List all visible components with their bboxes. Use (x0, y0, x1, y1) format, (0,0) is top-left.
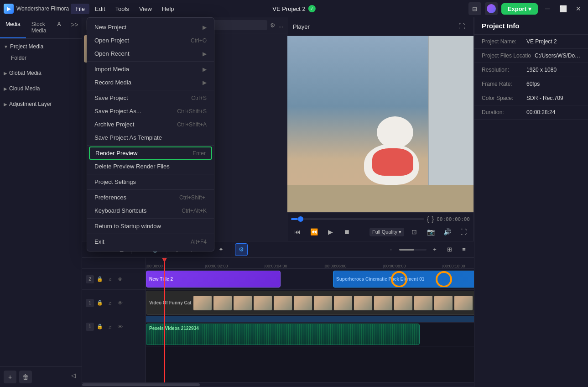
scrubber-thumb[interactable] (298, 216, 303, 222)
scrubber: { } 00:00:00:00 (291, 215, 470, 223)
zoom-out-btn[interactable]: - (385, 243, 397, 256)
volume-btn[interactable]: 🔊 (441, 225, 453, 238)
track-lock-title[interactable]: 🔒 (96, 275, 104, 283)
menu-item-new-project[interactable]: New Project ▶ (87, 21, 214, 34)
folder-item[interactable]: Folder (0, 52, 82, 63)
track-visibility-title[interactable]: 👁 (116, 275, 124, 283)
tab-stock-media[interactable]: Stock Media (26, 17, 52, 38)
tab-media[interactable]: Media (0, 17, 26, 38)
player-expand-btn[interactable]: ⛶ (455, 20, 468, 33)
menu-item-open-recent[interactable]: Open Recent ▶ (87, 47, 214, 60)
timecode-display: 00:00:00:00 (437, 216, 470, 222)
menu-item-archive[interactable]: Archive Project Ctrl+Shift+A (87, 118, 214, 131)
timeline-view-btn[interactable]: ≡ (458, 243, 470, 256)
info-value-2: 1920 x 1080 (526, 67, 581, 73)
menu-item-save-project[interactable]: Save Project Ctrl+S (87, 91, 214, 105)
adjustment-header[interactable]: ▶ Adjustment Layer (0, 98, 82, 110)
clip-superheroes[interactable]: Superheroes Cinematic Pack Element 01 (333, 271, 474, 288)
play-btn[interactable]: ▶ (324, 225, 337, 238)
crop-btn[interactable]: ⊡ (408, 225, 421, 238)
cloud-media-header[interactable]: ▶ Cloud Media (0, 83, 82, 94)
window-maximize-btn[interactable]: ⬜ (557, 3, 569, 15)
menu-label-recent: Open Recent (94, 50, 130, 57)
menu-item-save-as[interactable]: Save Project As... Ctrl+Shift+S (87, 105, 214, 118)
cloud-media-arrow: ▶ (4, 86, 7, 91)
menu-item-delete-preview[interactable]: Delete Preview Render Files (87, 160, 214, 173)
timeline-scrollbar[interactable] (82, 382, 474, 386)
ring-1 (391, 271, 407, 288)
project-media-header[interactable]: ▼ Project Media (0, 41, 82, 52)
menu-bar: File Edit Tools View Help (71, 4, 178, 14)
menu-tools[interactable]: Tools (111, 4, 134, 14)
menu-item-preferences[interactable]: Preferences Ctrl+Shift+, (87, 191, 214, 204)
menu-item-exit[interactable]: Exit Alt+F4 (87, 235, 214, 248)
fullscreen-btn[interactable]: ⛶ (457, 225, 470, 238)
menu-item-save-template[interactable]: Save Project As Template (87, 131, 214, 144)
menu-item-project-settings[interactable]: Project Settings (87, 175, 214, 188)
snapshot-btn[interactable]: 📷 (424, 225, 437, 238)
tl-effect-btn[interactable]: ✦ (214, 243, 227, 256)
clip-new-title-2[interactable]: New Title 2 (146, 271, 281, 288)
menu-item-startup[interactable]: Return to Startup window (87, 220, 214, 233)
title-actions: ⊟ Export ▾ ─ ⬜ ✕ (468, 2, 584, 15)
track-mute-title[interactable]: ♬ (106, 275, 114, 283)
delete-media-btn[interactable]: 🗑 (19, 371, 32, 383)
track-mute-audio[interactable]: ♬ (106, 323, 114, 331)
zoom-in-btn[interactable]: + (428, 243, 441, 256)
timeline-ruler: 00:00:00 00:00:02:00 00:00:04:00 00:00:0… (146, 258, 474, 269)
mark-in-btn[interactable]: { (427, 215, 429, 223)
filter-icon[interactable]: ⚙ (270, 22, 276, 29)
project-info-title: Project Info (482, 22, 581, 30)
export-button[interactable]: Export ▾ (501, 3, 538, 15)
track-lock-audio[interactable]: 🔒 (96, 323, 104, 331)
info-row-3: Frame Rate: 60fps (474, 77, 588, 91)
track-num-audio: 1 (86, 323, 94, 331)
tl-render-btn[interactable]: ⚙ (235, 243, 248, 256)
mark-out-btn[interactable]: } (432, 215, 434, 223)
quality-select[interactable]: Full Quality ▾ (369, 228, 404, 236)
scrubber-track[interactable] (291, 218, 424, 220)
grid-view-btn[interactable]: ⊞ (443, 243, 456, 256)
step-back-btn[interactable]: ⏮ (291, 225, 304, 238)
menu-label-open: Open Project (94, 37, 129, 44)
minimize-to-tray-btn[interactable]: ⊟ (468, 2, 481, 15)
stop-btn[interactable]: ⏹ (340, 225, 353, 238)
frame-back-btn[interactable]: ⏪ (307, 225, 320, 238)
menu-view[interactable]: View (135, 4, 156, 14)
clip-audio-pexels[interactable]: Pexels Videos 2122934 (146, 324, 420, 345)
account-btn[interactable] (485, 2, 498, 15)
menu-help[interactable]: Help (157, 4, 179, 14)
zoom-slider[interactable] (399, 249, 427, 251)
menu-item-keyboard-shortcuts[interactable]: Keyboard Shortcuts Ctrl+Alt+K (87, 204, 214, 217)
track-header-video: 1 🔒 ♬ 👁 (82, 290, 146, 316)
menu-file[interactable]: File (71, 4, 89, 14)
global-media-header[interactable]: ▶ Global Media (0, 67, 82, 79)
track-visibility-audio[interactable]: 👁 (116, 323, 124, 331)
menu-group-2: Import Media ▶ Record Media ▶ (87, 62, 214, 90)
info-value-3: 60fps (526, 81, 581, 87)
track-visibility-video[interactable]: 👁 (116, 299, 124, 307)
track-lane-title: New Title 2 Superheroes Cinematic Pack E… (146, 269, 474, 290)
menu-item-render-preview[interactable]: Render Preview Enter (89, 146, 212, 160)
collapse-panel-btn[interactable]: ◁ (69, 371, 78, 380)
menu-item-import-media[interactable]: Import Media ▶ (87, 63, 214, 76)
track-lock-video[interactable]: 🔒 (96, 299, 104, 307)
window-close-btn[interactable]: ✕ (572, 3, 584, 15)
video-frame-7 (314, 296, 332, 310)
track-mute-video[interactable]: ♬ (106, 299, 114, 307)
menu-group-4: Render Preview Enter Delete Preview Rend… (87, 146, 214, 174)
scroll-thumb[interactable] (82, 383, 200, 386)
window-minimize-btn[interactable]: ─ (541, 3, 553, 15)
tab-audio[interactable]: A (52, 17, 66, 38)
add-media-btn[interactable]: + (4, 371, 16, 383)
video-frame-4 (254, 296, 272, 310)
more-options-icon[interactable]: ... (278, 22, 283, 29)
menu-edit[interactable]: Edit (90, 4, 109, 14)
info-value-4: SDR - Rec.709 (526, 95, 581, 101)
file-menu-dropdown: New Project ▶ Open Project Ctrl+O Open R… (87, 17, 214, 251)
shortcut-open: Ctrl+O (191, 37, 207, 44)
menu-item-open-project[interactable]: Open Project Ctrl+O (87, 34, 214, 47)
clip-video-cat[interactable]: Video Of Funny Cat (146, 291, 474, 315)
menu-item-record-media[interactable]: Record Media ▶ (87, 76, 214, 89)
more-tabs-btn[interactable]: >> (66, 17, 83, 38)
